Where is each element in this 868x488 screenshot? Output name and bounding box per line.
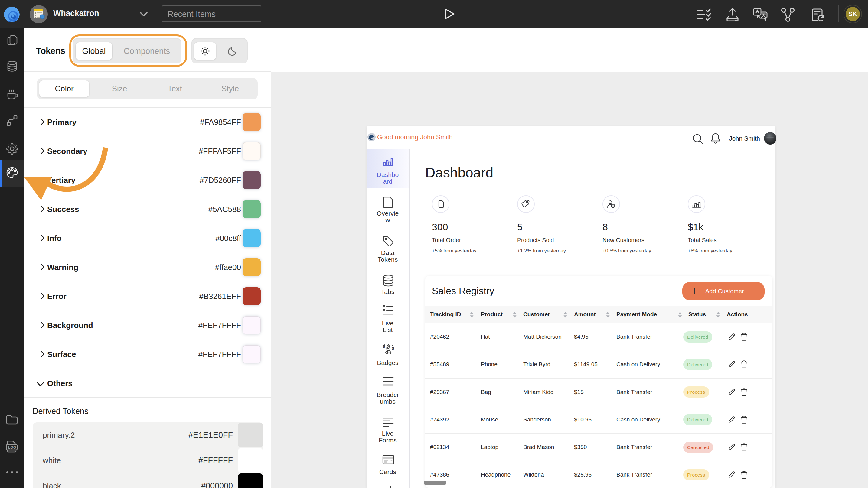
svg-text:LOG: LOG [8, 445, 16, 450]
svg-text:$: $ [392, 347, 394, 350]
